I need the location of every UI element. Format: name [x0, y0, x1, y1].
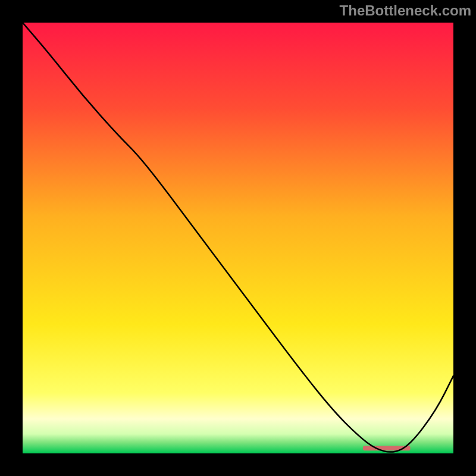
- chart-frame: TheBottleneck.com: [0, 0, 476, 476]
- chart-svg: [23, 23, 453, 453]
- gradient-background: [23, 23, 453, 453]
- attribution-text: TheBottleneck.com: [340, 2, 471, 19]
- plot-area: [23, 23, 453, 453]
